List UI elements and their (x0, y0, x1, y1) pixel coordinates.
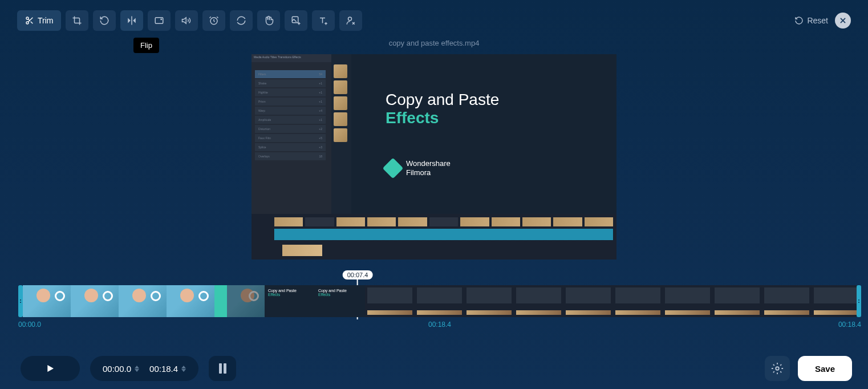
svg-marker-13 (47, 365, 54, 372)
volume-icon (181, 15, 192, 26)
video-preview[interactable]: Media Audio Titles Transitions Effects F… (252, 54, 616, 260)
image-button[interactable] (285, 10, 307, 31)
svg-line-4 (28, 19, 30, 21)
reset-label: Reset (807, 16, 828, 25)
play-button[interactable] (21, 356, 80, 381)
brand-icon (383, 158, 404, 179)
speed-button[interactable] (202, 10, 225, 31)
timeline-scrubber: 00:07.4 Copy and PasteEffects Copy and P… (18, 274, 861, 329)
adjust-button[interactable] (257, 10, 280, 31)
timeline-mid: 00:18.4 (428, 321, 451, 329)
close-icon (839, 17, 847, 25)
svg-point-6 (161, 19, 162, 20)
loop-button[interactable] (230, 10, 253, 31)
reset-icon (794, 16, 804, 25)
frame-thumb (71, 285, 119, 317)
split-button[interactable] (209, 356, 236, 381)
preview-sidebar: Media Audio Titles Transitions Effects F… (252, 54, 331, 214)
time-display: 00:00.0 00:18.4 (90, 356, 198, 381)
trim-handle-left[interactable] (18, 285, 23, 317)
close-button[interactable] (835, 13, 851, 29)
speed-icon (209, 15, 219, 26)
frame-thumb (712, 285, 762, 317)
rotate-button[interactable] (93, 10, 116, 31)
svg-point-1 (26, 22, 29, 24)
frame-thumb (464, 285, 514, 317)
frame-thumb (167, 285, 214, 317)
frame-thumb (514, 285, 563, 317)
brand-line1: Wondershare (406, 159, 451, 168)
image-plus-icon (291, 15, 301, 26)
frame-thumb (227, 285, 265, 317)
save-button[interactable]: Save (798, 356, 852, 381)
settings-button[interactable] (765, 356, 790, 381)
reset-button[interactable]: Reset (794, 16, 828, 25)
text-button[interactable] (312, 10, 335, 31)
scrubber-frames: Copy and PasteEffects Copy and PasteEffe… (23, 285, 857, 317)
total-time: 00:18.4 (149, 364, 178, 374)
playhead-time: 00:07.4 (343, 270, 373, 279)
frame-thumb (214, 285, 227, 317)
person-remove-icon (346, 15, 356, 26)
svg-rect-5 (156, 18, 164, 24)
aspect-button[interactable] (148, 10, 171, 31)
timeline-end: 00:18.4 (838, 321, 861, 329)
trim-handle-right[interactable] (857, 285, 861, 317)
svg-marker-7 (182, 18, 186, 24)
current-time: 00:00.0 (103, 364, 131, 374)
frame-thumb (663, 285, 712, 317)
timeline-start: 00:00.0 (18, 321, 41, 329)
hand-icon (263, 15, 274, 26)
aspect-icon (154, 15, 164, 26)
frame-thumb (762, 285, 812, 317)
bottom-controls: 00:00.0 00:18.4 Save (21, 356, 852, 381)
preview-timeline (252, 214, 616, 260)
flip-button[interactable] (120, 10, 143, 31)
gear-icon (771, 362, 784, 375)
flip-tooltip: Flip (133, 38, 159, 53)
crop-button[interactable] (66, 10, 88, 31)
svg-line-3 (31, 22, 33, 24)
scrubber-track[interactable]: Copy and PasteEffects Copy and PasteEffe… (18, 285, 861, 317)
frame-thumb (119, 285, 167, 317)
svg-point-10 (348, 17, 352, 21)
loop-icon (236, 15, 246, 26)
brand-line2: Filmora (406, 168, 451, 177)
frame-thumb (812, 285, 857, 317)
frame-thumb: Copy and PasteEffects (265, 285, 315, 317)
frame-thumb: Copy and PasteEffects (315, 285, 365, 317)
frame-thumb (365, 285, 415, 317)
preview-title-2: Effects (386, 109, 616, 127)
preview-thumbs (331, 62, 348, 144)
volume-button[interactable] (175, 10, 198, 31)
total-time-stepper[interactable] (181, 366, 186, 372)
frame-thumb (613, 285, 663, 317)
filename-label: copy and paste effects.mp4 (0, 39, 868, 47)
play-icon (46, 363, 55, 374)
preview-main: Copy and Paste Effects Wondershare Filmo… (351, 54, 616, 214)
frame-thumb (23, 285, 71, 317)
person-button[interactable] (339, 10, 362, 31)
frame-thumb (415, 285, 464, 317)
flip-icon (127, 15, 137, 26)
text-plus-icon (318, 15, 328, 26)
crop-icon (72, 15, 82, 26)
frame-thumb (563, 285, 613, 317)
preview-title-1: Copy and Paste (386, 91, 616, 109)
rotate-icon (99, 15, 109, 26)
current-time-stepper[interactable] (135, 366, 139, 372)
svg-point-14 (776, 367, 779, 370)
trim-label: Trim (38, 16, 53, 25)
svg-point-0 (26, 17, 29, 19)
toolbar: Trim Reset (0, 0, 868, 41)
trim-button[interactable]: Trim (17, 10, 61, 31)
scissors-icon (25, 16, 34, 25)
